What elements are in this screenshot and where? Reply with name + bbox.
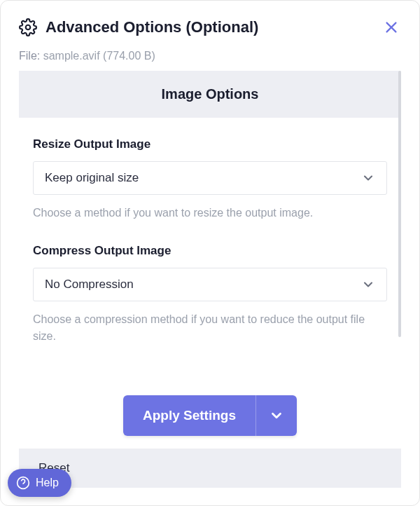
resize-field: Resize Output Image Keep original size C… bbox=[33, 137, 387, 221]
compress-value: No Compression bbox=[45, 278, 134, 292]
file-label: File: bbox=[19, 50, 40, 62]
reset-button[interactable]: Reset bbox=[19, 449, 401, 488]
compress-field: Compress Output Image No Compression Cho… bbox=[33, 244, 387, 345]
file-info: File: sample.avif (774.00 B) bbox=[19, 50, 401, 62]
chevron-down-icon bbox=[269, 408, 284, 423]
resize-helper: Choose a method if you want to resize th… bbox=[33, 205, 387, 221]
options-panel: Image Options Resize Output Image Keep o… bbox=[19, 71, 401, 488]
actions-row: Apply Settings bbox=[19, 395, 401, 436]
help-button[interactable]: Help bbox=[8, 469, 71, 497]
resize-select[interactable]: Keep original size bbox=[33, 161, 387, 195]
resize-label: Resize Output Image bbox=[33, 137, 387, 151]
help-label: Help bbox=[36, 477, 59, 489]
file-size: (774.00 B) bbox=[103, 50, 155, 62]
dialog-header: Advanced Options (Optional) bbox=[19, 18, 401, 37]
svg-point-0 bbox=[26, 25, 31, 30]
close-button[interactable] bbox=[382, 18, 401, 37]
compress-label: Compress Output Image bbox=[33, 244, 387, 258]
resize-value: Keep original size bbox=[45, 171, 139, 185]
help-icon bbox=[16, 476, 30, 490]
apply-button[interactable]: Apply Settings bbox=[123, 395, 255, 436]
panel-title: Image Options bbox=[19, 71, 401, 118]
chevron-down-icon bbox=[361, 278, 375, 292]
apply-dropdown-button[interactable] bbox=[255, 395, 297, 436]
compress-select[interactable]: No Compression bbox=[33, 268, 387, 301]
gear-icon bbox=[19, 18, 37, 36]
compress-helper: Choose a compression method if you want … bbox=[33, 311, 387, 345]
dialog-title: Advanced Options (Optional) bbox=[46, 18, 373, 36]
close-icon bbox=[384, 20, 399, 35]
scrollbar[interactable] bbox=[398, 71, 401, 337]
chevron-down-icon bbox=[361, 171, 375, 185]
file-name: sample.avif bbox=[43, 50, 100, 62]
apply-group: Apply Settings bbox=[123, 395, 297, 436]
